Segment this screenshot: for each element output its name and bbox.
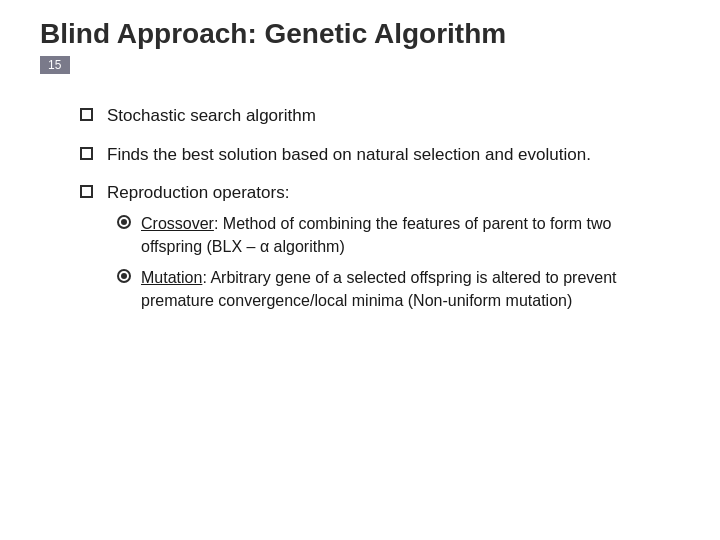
bullet-list: Stochastic search algorithm Finds the be… (80, 104, 660, 321)
sub-bullet-list: Crossover: Method of combining the featu… (107, 212, 660, 313)
title-area: Blind Approach: Genetic Algorithm 15 (0, 0, 720, 74)
sub-text: Crossover: Method of combining the featu… (141, 212, 660, 258)
slide: Blind Approach: Genetic Algorithm 15 Sto… (0, 0, 720, 540)
list-item: Finds the best solution based on natural… (80, 143, 660, 168)
bullet-text: Stochastic search algorithm (107, 104, 660, 129)
sub-bullet-icon (117, 215, 131, 229)
keyword-mutation: Mutation (141, 269, 202, 286)
content-area: Stochastic search algorithm Finds the be… (0, 84, 720, 355)
bullet-icon (80, 147, 93, 160)
list-item: Crossover: Method of combining the featu… (107, 212, 660, 258)
bullet-text: Finds the best solution based on natural… (107, 143, 660, 168)
bullet-icon (80, 185, 93, 198)
bullet-text: Reproduction operators: Crossover: Metho… (107, 181, 660, 320)
slide-title: Blind Approach: Genetic Algorithm (40, 18, 680, 50)
slide-number: 15 (40, 56, 70, 74)
list-item: Stochastic search algorithm (80, 104, 660, 129)
sub-bullet-icon (117, 269, 131, 283)
sub-text: Mutation: Arbitrary gene of a selected o… (141, 266, 660, 312)
list-item: Mutation: Arbitrary gene of a selected o… (107, 266, 660, 312)
keyword-crossover: Crossover (141, 215, 214, 232)
list-item: Reproduction operators: Crossover: Metho… (80, 181, 660, 320)
bullet-icon (80, 108, 93, 121)
